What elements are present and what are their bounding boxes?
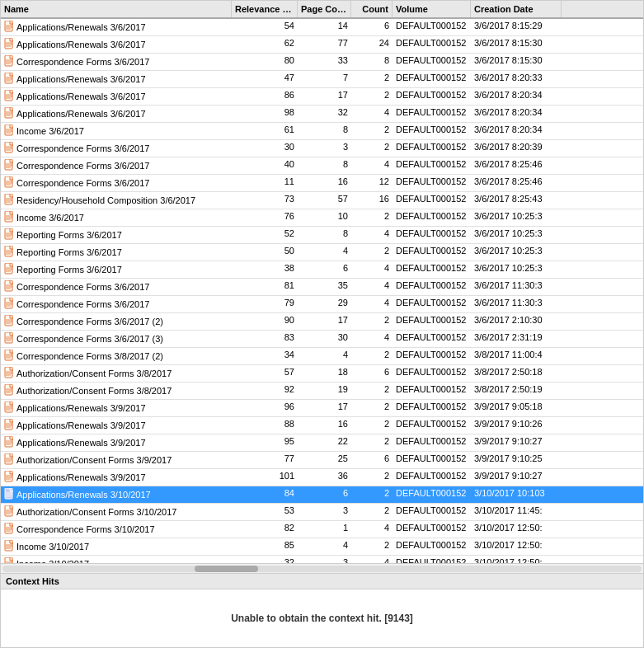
svg-rect-40	[5, 194, 12, 204]
svg-rect-44	[5, 211, 12, 222]
table-row[interactable]: Income 3/10/2017 85 4 2 DEFAULT000152 3/…	[1, 538, 643, 556]
table-row[interactable]: Correspondence Forms 3/6/2017 (2) 90 17 …	[1, 313, 643, 331]
doc-icon	[4, 505, 14, 519]
header-relevance: Relevance Ranking	[232, 1, 298, 17]
doc-icon	[4, 367, 14, 380]
doc-icon	[4, 124, 14, 138]
cell-name: Applications/Renewals 3/6/2017	[1, 88, 232, 105]
table-row[interactable]: Authorization/Consent Forms 3/9/2017 77 …	[1, 452, 643, 469]
table-row[interactable]: Income 3/10/2017 32 3 4 DEFAULT000152 3/…	[1, 556, 643, 563]
cell-pagecount: 35	[298, 279, 351, 295]
cell-volume: DEFAULT000152	[393, 365, 471, 382]
cell-creation: 3/8/2017 2:50:18	[471, 365, 562, 382]
svg-rect-64	[5, 298, 12, 308]
row-name: Applications/Renewals 3/6/2017	[16, 40, 146, 49]
doc-icon	[4, 73, 14, 86]
scrollbar-thumb	[195, 566, 259, 572]
cell-name: Income 3/6/2017	[1, 209, 232, 226]
table-row[interactable]: Reporting Forms 3/6/2017 50 4 2 DEFAULT0…	[1, 244, 643, 261]
cell-pagecount: 25	[298, 452, 351, 468]
cell-count: 4	[351, 227, 393, 243]
row-name: Income 3/6/2017	[16, 213, 84, 223]
svg-rect-88	[5, 401, 12, 412]
cell-relevance: 84	[232, 486, 298, 503]
table-row[interactable]: Applications/Renewals 3/6/2017 47 7 2 DE…	[1, 71, 643, 88]
cell-name: Correspondence Forms 3/8/2017 (2)	[1, 348, 232, 364]
svg-rect-76	[5, 350, 12, 360]
cell-relevance: 77	[232, 452, 298, 468]
cell-relevance: 76	[232, 209, 298, 226]
scrollbar-track	[2, 566, 642, 572]
cell-volume: DEFAULT000152	[393, 434, 471, 451]
table-row[interactable]: Applications/Renewals 3/6/2017 86 17 2 D…	[1, 88, 643, 106]
svg-rect-8	[5, 55, 12, 66]
cell-pagecount: 1	[298, 521, 351, 538]
cell-creation: 3/6/2017 8:15:30	[471, 36, 562, 53]
table-row[interactable]: Correspondence Forms 3/6/2017 (3) 83 30 …	[1, 331, 643, 348]
svg-rect-28	[5, 142, 12, 153]
cell-volume: DEFAULT000152	[393, 71, 471, 87]
row-name: Applications/Renewals 3/6/2017	[16, 92, 146, 101]
table-row[interactable]: Applications/Renewals 3/9/2017 101 36 2 …	[1, 469, 643, 486]
table-row[interactable]: Applications/Renewals 3/10/2017 84 6 2 D…	[1, 486, 643, 504]
table-row[interactable]: Applications/Renewals 3/6/2017 98 32 4 D…	[1, 106, 643, 123]
table-row[interactable]: Applications/Renewals 3/6/2017 54 14 6 D…	[1, 19, 643, 36]
table-row[interactable]: Correspondence Forms 3/6/2017 81 35 4 DE…	[1, 279, 643, 296]
table-row[interactable]: Authorization/Consent Forms 3/10/2017 53…	[1, 504, 643, 521]
cell-relevance: 95	[232, 434, 298, 451]
row-name: Correspondence Forms 3/6/2017 (3)	[16, 334, 163, 344]
table-row[interactable]: Reporting Forms 3/6/2017 38 6 4 DEFAULT0…	[1, 261, 643, 279]
table-row[interactable]: Applications/Renewals 3/9/2017 88 16 2 D…	[1, 417, 643, 434]
cell-pagecount: 18	[298, 365, 351, 382]
table-row[interactable]: Applications/Renewals 3/6/2017 62 77 24 …	[1, 36, 643, 54]
row-name: Correspondence Forms 3/8/2017 (2)	[16, 351, 163, 361]
table-row[interactable]: Income 3/6/2017 76 10 2 DEFAULT000152 3/…	[1, 209, 643, 227]
cell-creation: 3/10/2017 10:103	[471, 486, 562, 503]
row-name: Reporting Forms 3/6/2017	[16, 265, 122, 275]
cell-relevance: 53	[232, 504, 298, 520]
cell-name: Income 3/10/2017	[1, 556, 232, 563]
cell-count: 4	[351, 296, 393, 312]
cell-count: 2	[351, 504, 393, 520]
table-body[interactable]: Applications/Renewals 3/6/2017 54 14 6 D…	[1, 19, 643, 563]
cell-pagecount: 32	[298, 106, 351, 122]
table-row[interactable]: Authorization/Consent Forms 3/8/2017 92 …	[1, 383, 643, 400]
table-row[interactable]: Correspondence Forms 3/8/2017 (2) 34 4 2…	[1, 348, 643, 365]
table-row[interactable]: Applications/Renewals 3/9/2017 95 22 2 D…	[1, 434, 643, 452]
doc-icon	[4, 38, 14, 51]
table-row[interactable]: Correspondence Forms 3/6/2017 11 16 12 D…	[1, 175, 643, 192]
doc-icon	[4, 280, 14, 293]
cell-relevance: 52	[232, 227, 298, 243]
cell-creation: 3/6/2017 2:31:19	[471, 331, 562, 347]
cell-pagecount: 8	[298, 227, 351, 243]
table-row[interactable]: Correspondence Forms 3/6/2017 40 8 4 DEF…	[1, 157, 643, 175]
cell-creation: 3/10/2017 11:45:	[471, 504, 562, 520]
table-row[interactable]: Correspondence Forms 3/6/2017 80 33 8 DE…	[1, 54, 643, 71]
table-row[interactable]: Reporting Forms 3/6/2017 52 8 4 DEFAULT0…	[1, 227, 643, 244]
table-row[interactable]: Correspondence Forms 3/10/2017 82 1 4 DE…	[1, 521, 643, 538]
cell-count: 2	[351, 486, 393, 503]
table-row[interactable]: Income 3/6/2017 61 8 2 DEFAULT000152 3/6…	[1, 123, 643, 140]
svg-rect-48	[5, 228, 12, 239]
cell-relevance: 86	[232, 88, 298, 105]
doc-icon	[4, 90, 14, 103]
cell-count: 6	[351, 365, 393, 382]
table-row[interactable]: Correspondence Forms 3/6/2017 30 3 2 DEF…	[1, 140, 643, 157]
cell-count: 12	[351, 175, 393, 191]
cell-volume: DEFAULT000152	[393, 521, 471, 538]
cell-creation: 3/6/2017 8:20:33	[471, 71, 562, 87]
table-row[interactable]: Authorization/Consent Forms 3/8/2017 57 …	[1, 365, 643, 383]
cell-count: 2	[351, 209, 393, 226]
cell-pagecount: 14	[298, 19, 351, 35]
cell-volume: DEFAULT000152	[393, 313, 471, 330]
row-name: Residency/Household Composition 3/6/2017	[16, 195, 195, 205]
horizontal-scrollbar[interactable]	[1, 563, 643, 573]
table-row[interactable]: Correspondence Forms 3/6/2017 79 29 4 DE…	[1, 296, 643, 313]
cell-count: 2	[351, 417, 393, 434]
cell-name: Authorization/Consent Forms 3/8/2017	[1, 383, 232, 399]
svg-rect-0	[5, 21, 12, 31]
svg-rect-12	[5, 73, 12, 83]
cell-volume: DEFAULT000152	[393, 400, 471, 416]
table-row[interactable]: Residency/Household Composition 3/6/2017…	[1, 192, 643, 209]
table-row[interactable]: Applications/Renewals 3/9/2017 96 17 2 D…	[1, 400, 643, 417]
